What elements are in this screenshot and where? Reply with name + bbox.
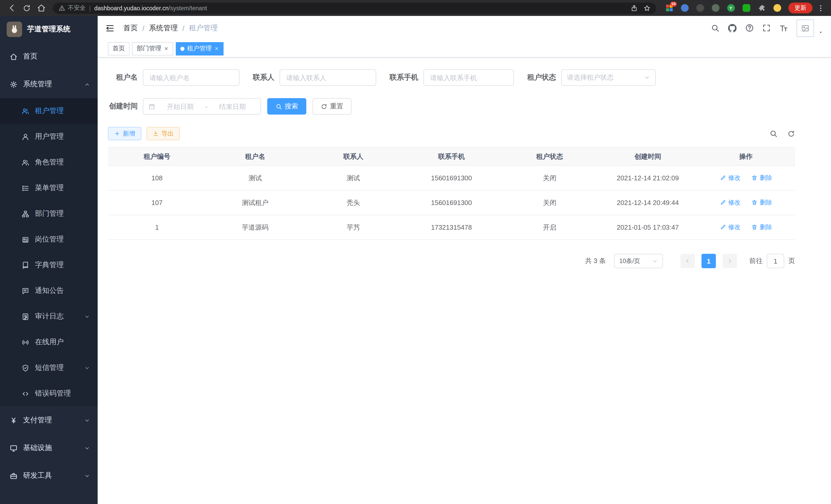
sidebar-toggle-icon[interactable] xyxy=(105,23,115,33)
sidebar-item-devtools[interactable]: 研发工具 xyxy=(0,462,98,490)
export-button[interactable]: 导出 xyxy=(146,127,180,140)
extension-puzzle-icon[interactable] xyxy=(758,4,766,12)
gear-icon xyxy=(10,80,18,88)
avatar[interactable] xyxy=(797,19,814,37)
share-icon[interactable] xyxy=(631,4,638,11)
breadcrumb-separator: / xyxy=(142,24,144,32)
sidebar-item-infra[interactable]: 基础设施 xyxy=(0,434,98,462)
sidebar-item-notice[interactable]: 通知公告 xyxy=(0,278,98,304)
back-icon[interactable] xyxy=(8,4,17,12)
help-icon[interactable] xyxy=(745,24,754,32)
font-size-icon[interactable] xyxy=(779,23,789,33)
sidebar-item-dict[interactable]: 字典管理 xyxy=(0,252,98,278)
github-icon[interactable] xyxy=(728,23,737,33)
close-icon[interactable] xyxy=(164,46,169,51)
app-logo[interactable]: 芋道管理系统 xyxy=(0,16,98,42)
reset-button[interactable]: 重置 xyxy=(312,98,351,115)
app-title: 芋道管理系统 xyxy=(27,25,70,34)
close-icon[interactable] xyxy=(214,46,219,51)
sidebar-item-dept[interactable]: 部门管理 xyxy=(0,201,98,227)
bookmark-star-icon[interactable] xyxy=(643,4,651,11)
extension-dark-icon[interactable] xyxy=(696,4,704,12)
tab-home[interactable]: 首页 xyxy=(108,42,130,55)
search-icon[interactable] xyxy=(711,24,719,32)
extension-chat-icon[interactable] xyxy=(742,4,750,12)
chevron-right-icon xyxy=(727,258,733,264)
sidebar-item-error-code[interactable]: 错误码管理 xyxy=(0,381,98,406)
select-placeholder: 请选择租户状态 xyxy=(567,73,613,82)
sidebar-item-role[interactable]: 角色管理 xyxy=(0,149,98,175)
sidebar-item-audit-log[interactable]: 审计日志 xyxy=(0,304,98,329)
tenant-status-select[interactable]: 请选择租户状态 xyxy=(561,69,656,86)
next-page-button[interactable] xyxy=(722,254,737,268)
fullscreen-icon[interactable] xyxy=(762,24,771,32)
sidebar-item-user[interactable]: 用户管理 xyxy=(0,124,98,149)
cell-id: 107 xyxy=(108,190,206,215)
tenant-name-input[interactable] xyxy=(143,69,239,86)
sidebar-item-pay[interactable]: 支付管理 xyxy=(0,406,98,434)
sidebar-item-tenant[interactable]: 租户管理 xyxy=(0,98,98,124)
sidebar-item-menu[interactable]: 菜单管理 xyxy=(0,175,98,201)
extension-olive-icon[interactable] xyxy=(712,4,719,12)
home-icon[interactable] xyxy=(37,4,46,12)
cell-created: 2021-12-14 21:02:09 xyxy=(599,166,697,190)
reload-icon[interactable] xyxy=(23,4,31,12)
sidebar-item-label: 在线用户 xyxy=(35,337,64,347)
date-range-picker[interactable]: - xyxy=(143,98,261,115)
edit-button[interactable]: 修改 xyxy=(720,223,740,232)
browser-update-button[interactable]: 更新 xyxy=(789,3,812,13)
role-users-icon xyxy=(22,158,29,166)
toggle-search-icon[interactable] xyxy=(769,129,778,138)
address-bar[interactable]: 不安全 | dashboard.yudao.iocoder.cn /system… xyxy=(53,2,656,13)
add-button[interactable]: 新增 xyxy=(108,127,141,140)
delete-label: 删除 xyxy=(760,174,772,182)
extension-blue-icon[interactable] xyxy=(681,4,688,12)
breadcrumb-home[interactable]: 首页 xyxy=(123,23,138,33)
trash-icon xyxy=(752,224,758,230)
phone-input[interactable] xyxy=(424,69,514,86)
sidebar-item-sms[interactable]: 短信管理 xyxy=(0,355,98,381)
extension-smiley-icon[interactable] xyxy=(773,4,781,12)
tenant-name-label: 租户名 xyxy=(108,73,138,82)
sidebar-item-home[interactable]: 首页 xyxy=(0,42,98,70)
browser-menu-icon[interactable] xyxy=(816,4,825,12)
cell-phone: 15601691300 xyxy=(402,190,500,215)
search-button[interactable]: 搜索 xyxy=(267,98,306,115)
edit-button[interactable]: 修改 xyxy=(720,174,740,182)
sidebar-item-system[interactable]: 系统管理 xyxy=(0,70,98,98)
extension-green-y-icon[interactable] xyxy=(727,4,735,12)
prev-page-button[interactable] xyxy=(681,254,695,268)
contact-input[interactable] xyxy=(280,69,376,86)
edit-label: 修改 xyxy=(728,198,740,207)
delete-button[interactable]: 删除 xyxy=(752,174,772,182)
status-label: 租户状态 xyxy=(527,73,556,82)
browser-toolbar: 不安全 | dashboard.yudao.iocoder.cn /system… xyxy=(0,0,831,16)
pencil-icon xyxy=(720,175,726,181)
delete-button[interactable]: 删除 xyxy=(752,198,772,207)
tab-dept[interactable]: 部门管理 xyxy=(132,42,173,55)
cell-status: 关闭 xyxy=(500,190,599,215)
page-content: 租户名 联系人 联系手机 租户状态 请选择租户状态 创建时间 xyxy=(98,58,831,268)
date-start-input[interactable] xyxy=(157,102,203,110)
sidebar-item-online-user[interactable]: 在线用户 xyxy=(0,329,98,355)
goto-page-input[interactable] xyxy=(767,254,784,268)
sidebar-item-label: 支付管理 xyxy=(23,416,52,425)
breadcrumb-system[interactable]: 系统管理 xyxy=(149,23,178,33)
cell-ops: 修改 删除 xyxy=(697,166,795,190)
extension-colorful-icon[interactable]: 10 xyxy=(665,4,673,12)
sidebar-item-post[interactable]: 岗位管理 xyxy=(0,227,98,252)
code-icon xyxy=(22,390,29,397)
refresh-icon[interactable] xyxy=(787,130,795,138)
page-size-select[interactable]: 10条/页 xyxy=(614,254,663,268)
edit-button[interactable]: 修改 xyxy=(720,198,740,207)
sidebar-item-label: 通知公告 xyxy=(35,286,64,295)
page-1-button[interactable]: 1 xyxy=(701,254,716,268)
tab-tenant[interactable]: 租户管理 xyxy=(176,42,224,55)
chevron-down-icon[interactable] xyxy=(818,30,823,35)
date-end-input[interactable] xyxy=(209,102,255,110)
cell-created: 2021-12-14 20:49:44 xyxy=(599,190,697,215)
delete-button[interactable]: 删除 xyxy=(752,223,772,232)
cell-name: 测试 xyxy=(206,166,304,190)
col-phone: 联系手机 xyxy=(402,147,500,166)
badge-icon xyxy=(22,236,29,243)
